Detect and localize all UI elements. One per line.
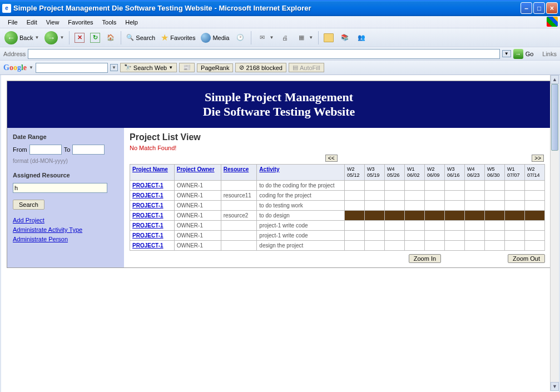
links-label[interactable]: Links [542, 51, 557, 57]
dropdown-icon: ▼ [60, 35, 64, 40]
window-titlebar: e Simple Project Management Die Software… [0, 0, 560, 16]
history-button[interactable]: 🕑 [232, 31, 248, 44]
messenger-icon: 👥 [356, 32, 367, 43]
autofill-button[interactable]: ▤ AutoFill [289, 63, 324, 72]
print-icon: 🖨 [279, 32, 290, 43]
minimize-button[interactable]: – [521, 2, 532, 14]
refresh-button[interactable]: ↻ [88, 32, 102, 44]
research-button[interactable]: 📚 [337, 31, 353, 44]
refresh-icon: ↻ [90, 33, 100, 43]
go-button[interactable]: Go [526, 51, 534, 57]
menu-edit[interactable]: Edit [22, 18, 42, 27]
media-button[interactable]: Media [199, 32, 231, 44]
google-search-input[interactable] [36, 63, 108, 73]
windows-flag-icon [547, 17, 558, 27]
home-icon: 🏠 [106, 33, 116, 43]
forward-button[interactable]: → ▼ [42, 30, 66, 46]
forward-arrow-icon: → [44, 31, 58, 44]
dropdown-icon[interactable]: ▼ [110, 64, 118, 71]
print-button[interactable]: 🖨 [277, 31, 293, 44]
address-label: Address [3, 51, 26, 57]
news-button[interactable]: 📰 [179, 63, 195, 72]
mail-icon: ✉ [256, 32, 267, 43]
google-logo: Google [3, 63, 27, 72]
edit-button[interactable]: ▦▼ [294, 31, 315, 44]
addressbar: Address ▼ → Go Links [0, 47, 560, 61]
blocker-icon: ⊘ [239, 64, 244, 71]
separator [318, 31, 319, 44]
ie-icon: e [2, 4, 11, 13]
folder-icon [324, 33, 334, 42]
separator [251, 31, 251, 44]
history-icon: 🕑 [235, 32, 246, 43]
window-title: Simple Project Management Die Software T… [13, 4, 521, 12]
news-icon: 📰 [183, 64, 191, 71]
toolbar: ← Back ▼ → ▼ ✕ ↻ 🏠 🔍 Search ★ Favorites … [0, 28, 560, 47]
close-button[interactable]: × [546, 2, 558, 14]
menu-file[interactable]: File [3, 18, 22, 27]
favorites-label: Favorites [170, 34, 195, 41]
search-button[interactable]: 🔍 Search [124, 33, 157, 42]
folder-button[interactable] [321, 32, 336, 43]
go-arrow-icon: → [513, 49, 523, 59]
dropdown-icon: ▼ [34, 35, 39, 40]
menu-favorites[interactable]: Favorites [63, 18, 97, 27]
messenger-button[interactable]: 👥 [354, 31, 369, 44]
home-button[interactable]: 🏠 [103, 32, 118, 44]
menu-view[interactable]: View [42, 18, 64, 27]
stop-icon: ✕ [75, 33, 85, 43]
menubar: File Edit View Favorites Tools Help [0, 16, 560, 28]
address-input[interactable] [28, 49, 499, 59]
search-label: Search [136, 34, 155, 41]
menu-tools[interactable]: Tools [98, 18, 121, 27]
separator [69, 31, 70, 44]
back-arrow-icon: ← [4, 31, 18, 44]
research-icon: 📚 [339, 32, 350, 43]
edit-icon: ▦ [296, 32, 307, 43]
media-icon [201, 33, 211, 43]
search-icon: 🔍 [126, 34, 134, 41]
star-icon: ★ [161, 32, 169, 43]
google-toolbar: Google ▼ ▼ 🔭Search Web ▼ 📰 PageRank ⊘ 21… [0, 61, 560, 75]
separator [121, 31, 121, 44]
menu-help[interactable]: Help [121, 18, 142, 27]
address-dropdown-icon[interactable]: ▼ [502, 50, 511, 57]
mail-button[interactable]: ✉▼ [254, 31, 276, 44]
stop-button[interactable]: ✕ [72, 32, 87, 44]
favorites-button[interactable]: ★ Favorites [158, 31, 197, 44]
back-button[interactable]: ← Back ▼ [2, 30, 41, 46]
autofill-icon: ▤ [293, 64, 298, 71]
back-label: Back [19, 34, 33, 41]
pagerank-button[interactable]: PageRank [197, 63, 233, 72]
maximize-button[interactable]: □ [533, 2, 545, 14]
popup-blocker-button[interactable]: ⊘ 2168 blocked [235, 63, 286, 72]
media-label: Media [212, 34, 229, 41]
search-web-button[interactable]: 🔭Search Web ▼ [120, 63, 177, 72]
search-icon: 🔭 [124, 64, 132, 71]
dropdown-icon[interactable]: ▼ [29, 65, 33, 70]
